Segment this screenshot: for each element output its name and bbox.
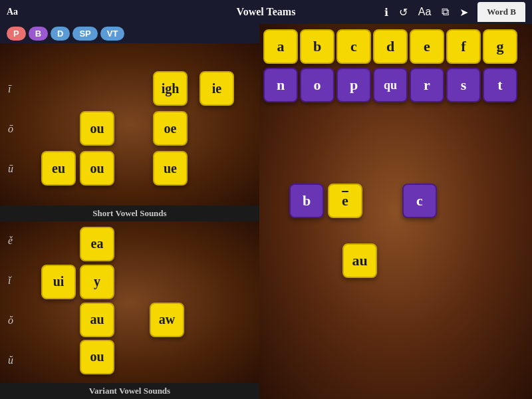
tile-aw[interactable]: aw — [150, 303, 184, 337]
tile-g[interactable]: g — [483, 29, 517, 64]
phoneme-o-long: ō — [8, 123, 13, 135]
tile-ou-short[interactable]: ou — [80, 340, 114, 374]
tile-e[interactable]: e — [410, 29, 444, 64]
tile-f[interactable]: f — [446, 29, 481, 64]
phoneme-o-short: ŏ — [8, 315, 13, 327]
tile-y[interactable]: y — [80, 265, 114, 299]
tile-c[interactable]: c — [336, 29, 371, 64]
phonic-tabs: P B D SP VT — [0, 24, 259, 43]
tab-sp[interactable]: SP — [72, 27, 97, 41]
tab-vt[interactable]: VT — [100, 27, 125, 41]
tab-d[interactable]: D — [51, 27, 70, 41]
tile-o[interactable]: o — [300, 68, 334, 102]
tile-igh[interactable]: igh — [153, 71, 188, 106]
copy-button[interactable]: ⧉ — [440, 5, 450, 19]
floating-tile-b[interactable]: b — [289, 184, 324, 218]
page-title: Vowel Teams — [237, 6, 296, 18]
tile-d[interactable]: d — [373, 29, 408, 64]
top-bar-left: Aa — [7, 7, 18, 17]
top-bar-icons: ℹ ↺ Aa ⧉ ➤ Word B — [383, 2, 525, 22]
tile-ou-u[interactable]: ou — [80, 151, 114, 186]
phoneme-u-short: ŭ — [8, 354, 13, 366]
font-button[interactable]: Aa — [417, 5, 433, 19]
main-area: P B D SP VT ī ō ū igh ie ou oe eu ou ue … — [0, 24, 532, 399]
floating-tile-e-macron[interactable]: e — [328, 184, 362, 218]
tile-ui[interactable]: ui — [41, 265, 76, 299]
tile-ie[interactable]: ie — [200, 71, 234, 106]
letter-row-2: n o p qu r s t — [259, 65, 521, 105]
tab-b[interactable]: B — [29, 27, 48, 41]
long-vowel-section: ī ō ū igh ie ou oe eu ou ue — [0, 43, 259, 205]
tile-s[interactable]: s — [446, 68, 481, 102]
left-panel: P B D SP VT ī ō ū igh ie ou oe eu ou ue … — [0, 24, 259, 399]
variant-vowel-label: Variant Vowel Sounds — [0, 383, 259, 399]
phoneme-u-long: ū — [8, 163, 13, 175]
right-panel: a b c d e f g n o p qu r s t b e c au — [259, 24, 532, 399]
tile-oe[interactable]: oe — [153, 111, 188, 146]
tile-eu[interactable]: eu — [41, 151, 76, 186]
phoneme-i-long: ī — [8, 83, 11, 95]
tile-au[interactable]: au — [80, 303, 114, 337]
phoneme-e-short: ě — [8, 235, 13, 247]
tile-r[interactable]: r — [410, 68, 444, 102]
info-button[interactable]: ℹ — [383, 5, 390, 20]
floating-tile-au[interactable]: au — [342, 243, 377, 278]
refresh-button[interactable]: ↺ — [398, 5, 409, 20]
tab-p[interactable]: P — [7, 27, 26, 41]
short-vowel-section: ě ĭ ŏ ŭ ea ui y au aw ou — [0, 221, 259, 384]
long-vowel-label: Short Vowel Sounds — [0, 205, 259, 221]
top-bar: Aa Vowel Teams ℹ ↺ Aa ⧉ ➤ Word B — [0, 0, 532, 24]
font-size-button[interactable]: Aa — [7, 7, 18, 17]
arrow-button[interactable]: ➤ — [458, 5, 469, 20]
tile-t[interactable]: t — [483, 68, 517, 102]
letter-row-1: a b c d e f g — [259, 27, 521, 66]
tile-n[interactable]: n — [263, 68, 298, 102]
tile-ue[interactable]: ue — [153, 151, 188, 186]
tile-a[interactable]: a — [263, 29, 298, 64]
tile-ea[interactable]: ea — [80, 227, 114, 261]
tile-b[interactable]: b — [300, 29, 334, 64]
floating-tile-c[interactable]: c — [402, 184, 437, 218]
phoneme-i-short: ĭ — [8, 275, 11, 287]
tile-ou-o[interactable]: ou — [80, 111, 114, 146]
tile-p[interactable]: p — [336, 68, 371, 102]
word-b-tab[interactable]: Word B — [477, 2, 525, 22]
tile-qu[interactable]: qu — [373, 68, 408, 102]
